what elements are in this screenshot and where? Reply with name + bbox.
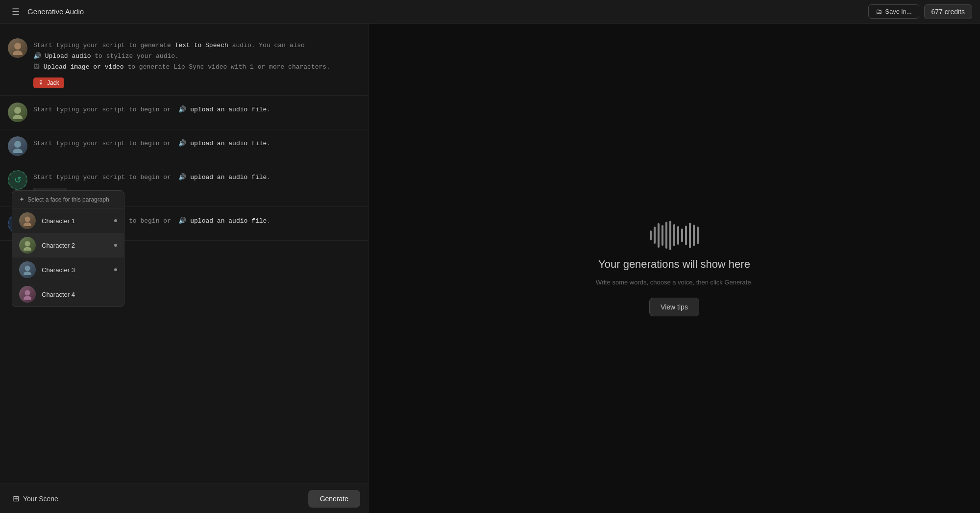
script-text-3: Start typing your script to begin or 🔊 u… [33,138,360,149]
gen-title: Your generations will show here [598,258,750,271]
waveform-bar [669,221,671,250]
app-header: ☰ Generative Audio 🗂 Save in... 677 cred… [0,0,980,24]
gen-subtitle: Write some words, choose a voice, then c… [596,279,753,286]
svg-point-11 [24,272,31,276]
waveform-bar [685,226,687,245]
script-block-3: Start typing your script to begin or 🔊 u… [0,129,368,163]
script-content-1: Start typing your script to generate Tex… [33,38,360,88]
waveform-bar [697,227,699,244]
bottom-bar: ⊞ Your Scene Generate [0,484,368,513]
avatar-2[interactable] [8,103,27,122]
svg-point-10 [25,266,30,271]
face-2-icon [8,103,27,122]
face-item-avatar-1 [19,212,36,229]
avatar-4[interactable]: ↺ [8,170,27,190]
script-block-1: Start typing your script to generate Tex… [0,31,368,96]
svg-point-5 [13,149,23,153]
left-panel: Start typing your script to generate Tex… [0,24,368,513]
face-item-avatar-2 [19,237,36,254]
avatar-3[interactable] [8,136,27,156]
svg-point-12 [25,290,30,296]
svg-point-8 [25,241,30,247]
waveform-bar [693,225,695,246]
script-text-4: Start typing your script to begin or 🔊 u… [33,172,360,183]
right-panel: Your generations will show here Write so… [368,24,980,513]
sparkle-icon: ✦ [19,196,24,203]
save-button[interactable]: 🗂 Save in... [868,4,919,19]
refresh-icon-4: ↺ [14,175,22,185]
face-item-avatar-3 [19,261,36,278]
mic-icon: 🎙 [38,79,44,86]
script-content-2: Start typing your script to begin or 🔊 u… [33,103,360,115]
face-item-3[interactable]: Character 3 [12,257,124,282]
face-item-avatar-4 [19,286,36,303]
svg-point-1 [13,51,23,55]
credits-badge: 677 credits [924,4,972,19]
script-content-3: Start typing your script to begin or 🔊 u… [33,136,360,149]
face-item-4[interactable]: Character 4 [12,282,124,307]
header-right: 🗂 Save in... 677 credits [868,4,972,19]
waveform-bar [658,223,660,248]
script-block-2: Start typing your script to begin or 🔊 u… [0,96,368,129]
view-tips-button[interactable]: View tips [649,298,699,316]
face-item-dot-2 [114,244,117,247]
waveform-bar [681,229,683,242]
svg-point-0 [14,43,21,50]
script-text-1: Start typing your script to generate Tex… [33,40,360,73]
face-item-dot-3 [114,268,117,271]
avatar-1[interactable] [8,38,27,58]
face-dropdown-header: ✦ Select a face for this paragraph [12,191,124,208]
waveform-bar [665,222,667,249]
svg-point-6 [25,217,30,222]
waveform-bar [662,225,663,246]
generate-button[interactable]: Generate [308,490,360,508]
face-item-2[interactable]: Character 2 [12,233,124,257]
face-1-icon [8,38,27,58]
menu-button[interactable]: ☰ [8,3,24,20]
scene-button[interactable]: ⊞ Your Scene [8,491,63,506]
face-item-dot-1 [114,219,117,222]
svg-point-13 [24,296,31,300]
waveform [650,221,699,250]
svg-point-9 [24,247,31,251]
face-dropdown: ✦ Select a face for this paragraph Chara… [12,190,124,307]
svg-point-7 [24,223,31,227]
waveform-bar [650,231,652,240]
app-title: Generative Audio [27,7,84,16]
main-layout: Start typing your script to generate Tex… [0,24,980,513]
jack-tag[interactable]: 🎙 Jack [33,77,64,88]
waveform-bar [654,227,656,244]
waveform-bar [677,226,679,245]
svg-point-3 [13,115,23,119]
svg-point-4 [14,141,21,148]
script-text-2: Start typing your script to begin or 🔊 u… [33,104,360,115]
face-item-1[interactable]: Character 1 [12,208,124,233]
waveform-bar [673,224,675,246]
face-3-icon [8,136,27,156]
scene-icon: ⊞ [13,494,19,503]
waveform-bar [689,223,691,248]
save-icon: 🗂 [876,8,882,15]
svg-point-2 [14,107,21,114]
